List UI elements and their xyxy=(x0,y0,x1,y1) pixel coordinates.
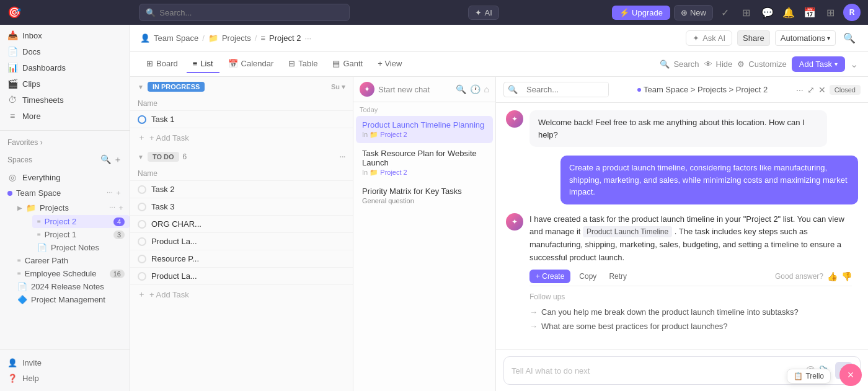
tab-calendar[interactable]: 📅 Calendar xyxy=(222,55,280,73)
upgrade-button[interactable]: ⚡ Upgrade xyxy=(612,6,670,20)
sidebar-item-team-space[interactable]: Team Space ··· ＋ xyxy=(0,185,130,201)
sidebar-item-docs[interactable]: 📄 Docs xyxy=(0,43,130,59)
ask-ai-button[interactable]: ✦ Ask AI xyxy=(686,30,732,46)
add-task-row-todo[interactable]: ＋ + Add Task xyxy=(130,285,353,304)
retry-button[interactable]: Retry xyxy=(605,271,631,282)
avatar[interactable]: R xyxy=(843,4,861,21)
add-task-button[interactable]: Add Task ▾ xyxy=(792,56,845,72)
tab-customize[interactable]: ⚙ Customize xyxy=(737,59,786,69)
history-item[interactable]: Product Launch Timeline Planning In 📁 Pr… xyxy=(356,116,493,143)
add-task-row-in-progress[interactable]: ＋ + Add Task xyxy=(130,128,353,147)
sidebar-item-project1[interactable]: ≡ Project 1 3 xyxy=(32,228,130,241)
create-button[interactable]: + Create xyxy=(529,270,570,283)
projects-more-icon[interactable]: ··· xyxy=(109,203,115,213)
task-checkbox[interactable] xyxy=(138,237,146,246)
spaces-search-icon[interactable]: 🔍 xyxy=(100,154,111,165)
tab-search[interactable]: 🔍 Search xyxy=(660,59,699,69)
tab-list[interactable]: ≡ List xyxy=(187,55,219,73)
sidebar-item-timesheets[interactable]: ⏱ Timesheets xyxy=(0,92,130,108)
todo-more-icon[interactable]: ··· xyxy=(340,153,345,160)
grid-icon[interactable]: ⊞ xyxy=(738,4,755,21)
task-checkbox[interactable] xyxy=(138,203,146,211)
team-space-more-icon[interactable]: ··· xyxy=(107,188,113,198)
ai-text-input[interactable] xyxy=(512,366,802,376)
sidebar-item-project-notes[interactable]: 📄 Project Notes xyxy=(32,241,130,254)
sidebar-item-clips[interactable]: 🎬 Clips xyxy=(0,76,130,92)
breadcrumb-space[interactable]: Team Space xyxy=(154,33,198,43)
ai-breadcrumb-text: Team Space > Projects > Project 2 xyxy=(644,85,768,94)
sidebar-item-dashboards[interactable]: 📊 Dashboards xyxy=(0,59,130,76)
close-float-button[interactable]: × xyxy=(839,364,862,386)
group-header-in-progress[interactable]: ▼ IN PROGRESS Su ▾ xyxy=(130,77,353,97)
sidebar-item-projects[interactable]: ▶ 📁 Projects ··· ＋ xyxy=(12,201,130,215)
ai-header-search-input[interactable] xyxy=(521,82,608,97)
chat-icon[interactable]: 💬 xyxy=(759,4,776,21)
tab-table[interactable]: ⊟ Table xyxy=(282,55,324,73)
tab-gantt[interactable]: ▤ Gantt xyxy=(326,55,369,73)
task-checkbox[interactable] xyxy=(138,255,146,263)
history-item[interactable]: Priority Matrix for Key Tasks General qu… xyxy=(356,182,493,209)
thumbs-up-icon[interactable]: 👍 xyxy=(827,271,838,281)
history-home-icon[interactable]: ⌂ xyxy=(484,84,489,94)
search-input[interactable] xyxy=(159,8,343,17)
tab-view-add[interactable]: + View xyxy=(371,55,408,73)
group-filter-icon[interactable]: Su ▾ xyxy=(331,83,345,91)
followup-item[interactable]: → What are some best practices for produ… xyxy=(529,319,852,333)
task-checkbox[interactable] xyxy=(138,272,146,281)
ai-header-expand-icon[interactable]: ⤢ xyxy=(807,85,815,95)
thumbs-down-icon[interactable]: 👎 xyxy=(841,271,852,281)
tab-expand-icon[interactable]: ⌄ xyxy=(850,58,858,70)
task-row[interactable]: Task 2 xyxy=(130,181,353,198)
sidebar-item-project-mgmt[interactable]: 🔷 Project Management xyxy=(12,293,130,306)
apps-icon[interactable]: ⊞ xyxy=(822,4,839,21)
sidebar-item-help[interactable]: ❓ Help xyxy=(0,371,130,386)
group-header-todo[interactable]: ▼ TO DO 6 ··· xyxy=(130,147,353,167)
trello-badge[interactable]: 📋 Trello xyxy=(787,369,831,384)
check-icon[interactable]: ✓ xyxy=(717,4,734,21)
task-row[interactable]: Product La... xyxy=(130,268,353,285)
calendar-icon[interactable]: 📅 xyxy=(801,4,818,21)
automations-button[interactable]: Automations ▾ xyxy=(775,30,836,46)
ai-header-search[interactable]: 🔍 xyxy=(503,82,609,97)
ai-header-close-icon[interactable]: ✕ xyxy=(818,85,826,95)
followup-item[interactable]: → Can you help me break down the product… xyxy=(529,305,852,319)
start-chat-button[interactable]: Start new chat xyxy=(378,85,452,94)
task-link[interactable]: Product Launch Timeline xyxy=(583,226,672,237)
spaces-add-icon[interactable]: ＋ xyxy=(113,154,122,165)
team-space-add-icon[interactable]: ＋ xyxy=(115,188,122,198)
task-col-name: Name xyxy=(138,99,157,108)
sidebar-item-career-path[interactable]: ≡ Career Path xyxy=(12,254,130,267)
sidebar-item-invite[interactable]: 👤 Invite xyxy=(0,355,130,371)
tab-hide[interactable]: 👁 Hide xyxy=(704,59,733,69)
task-row[interactable]: Task 1 xyxy=(130,111,353,128)
history-search-icon[interactable]: 🔍 xyxy=(456,84,466,94)
ai-button[interactable]: ✦ AI xyxy=(468,6,499,20)
history-item[interactable]: Task Resource Plan for Website Launch In… xyxy=(356,144,493,181)
sidebar-item-release-notes[interactable]: 📄 2024 Release Notes xyxy=(12,280,130,293)
sidebar-item-inbox[interactable]: 📥 Inbox xyxy=(0,27,130,43)
bell-icon[interactable]: 🔔 xyxy=(780,4,797,21)
sidebar-item-more[interactable]: ≡ More xyxy=(0,108,130,124)
task-row[interactable]: ORG CHAR... xyxy=(130,216,353,233)
task-checkbox[interactable] xyxy=(138,220,146,229)
header-search-icon[interactable]: 🔍 xyxy=(841,30,858,47)
sidebar-item-employee-schedule[interactable]: ≡ Employee Schedule 16 xyxy=(12,267,130,280)
more-options-icon[interactable]: ··· xyxy=(304,33,311,43)
task-row[interactable]: Task 3 xyxy=(130,198,353,216)
share-button[interactable]: Share xyxy=(737,30,770,46)
task-checkbox[interactable] xyxy=(138,115,146,124)
history-clock-icon[interactable]: 🕐 xyxy=(470,84,480,94)
ai-header-more-icon[interactable]: ··· xyxy=(796,85,804,95)
task-checkbox[interactable] xyxy=(138,185,146,194)
tab-board[interactable]: ⊞ Board xyxy=(140,55,184,73)
copy-button[interactable]: Copy xyxy=(575,271,600,282)
sidebar-item-project2[interactable]: ≡ Project 2 4 xyxy=(32,215,130,228)
task-row[interactable]: Resource P... xyxy=(130,250,353,268)
search-bar[interactable]: 🔍 xyxy=(139,4,350,21)
projects-add-icon[interactable]: ＋ xyxy=(117,203,125,213)
breadcrumb-current[interactable]: Project 2 xyxy=(269,33,301,43)
sidebar-item-everything[interactable]: ◎ Everything xyxy=(0,169,130,185)
task-row[interactable]: Product La... xyxy=(130,233,353,250)
new-button[interactable]: ⊕ New xyxy=(674,5,713,20)
breadcrumb-projects[interactable]: Projects xyxy=(222,33,251,43)
